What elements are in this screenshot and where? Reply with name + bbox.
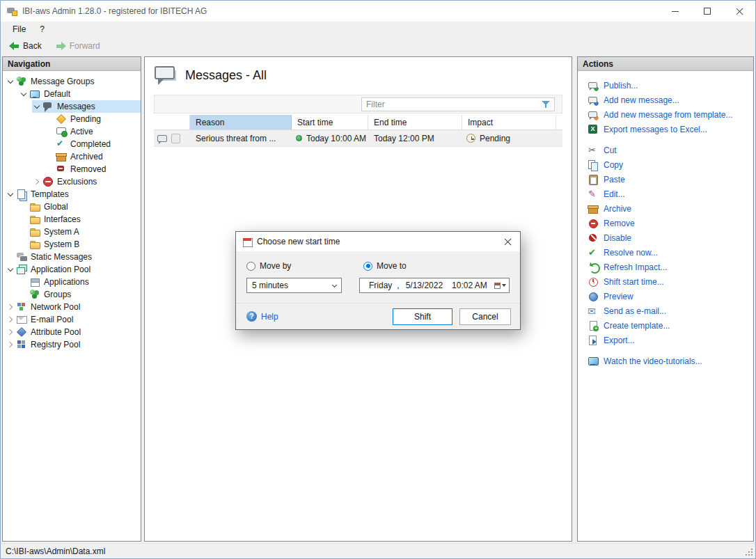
tree-item-archived[interactable]: Archived <box>3 150 141 163</box>
cancel-button[interactable]: Cancel <box>459 308 511 325</box>
tree-item-completed[interactable]: Completed <box>3 138 141 150</box>
minimize-button[interactable] <box>659 1 691 22</box>
chevron-down-icon[interactable] <box>6 77 16 87</box>
close-button[interactable] <box>723 1 755 22</box>
tree-item-static-messages[interactable]: Static Messages <box>3 251 141 263</box>
move-to-label: Move to <box>377 261 407 271</box>
tree-item-default[interactable]: Default <box>3 88 141 100</box>
chevron-right-icon[interactable] <box>6 327 16 338</box>
column-header-reason[interactable]: Reason <box>190 115 292 129</box>
publish-icon <box>588 80 599 91</box>
paste-icon <box>588 174 599 185</box>
column-header-icons <box>154 115 190 129</box>
action-publish[interactable]: Publish... <box>588 78 749 93</box>
chevron-right-icon[interactable] <box>32 177 42 187</box>
date-day: Friday <box>369 281 392 290</box>
action-edit[interactable]: Edit... <box>588 187 749 201</box>
tree-item-messages[interactable]: Messages <box>3 100 141 113</box>
chevron-down-icon[interactable] <box>19 89 29 100</box>
back-button[interactable]: Back <box>5 40 46 52</box>
action-add-new-message-from-template[interactable]: Add new message from template... <box>588 107 749 122</box>
resolve-icon <box>588 247 599 258</box>
completed-icon <box>56 139 67 150</box>
chevron-down-icon[interactable] <box>6 189 16 200</box>
action-shift-start-time[interactable]: Shift start time... <box>588 274 749 289</box>
action-watch-the-video-tutorials[interactable]: Watch the video-tutorials... <box>588 354 749 368</box>
chevron-right-icon[interactable] <box>6 315 16 325</box>
filter-funnel-icon[interactable] <box>541 100 551 109</box>
action-label: Disable <box>604 233 631 243</box>
maximize-button[interactable] <box>691 1 723 22</box>
tree-item-label: System A <box>44 227 79 237</box>
shift-button[interactable]: Shift <box>393 308 452 325</box>
reason-cell: Serious threat from ... <box>190 130 292 146</box>
filter-input[interactable] <box>366 100 541 109</box>
dialog-close-button[interactable] <box>495 232 520 251</box>
tree-spacer <box>19 227 29 237</box>
tree-item-system-a[interactable]: System A <box>3 226 141 238</box>
tree-item-exclusions[interactable]: Exclusions <box>3 175 141 188</box>
action-add-new-message[interactable]: Add new message... <box>588 93 749 107</box>
tree-item-groups[interactable]: Groups <box>3 288 141 301</box>
action-create-template[interactable]: Create template... <box>588 318 749 333</box>
tree-item-registry-pool[interactable]: Registry Pool <box>3 338 141 351</box>
calendar-dropdown-button[interactable] <box>492 279 508 292</box>
column-header-end-time[interactable]: End time <box>368 115 462 129</box>
chevron-right-icon[interactable] <box>6 340 16 350</box>
action-copy[interactable]: Copy <box>588 157 749 172</box>
menu-file[interactable]: File <box>6 23 32 36</box>
create-template-icon <box>588 320 599 331</box>
chevron-down-icon[interactable] <box>6 265 16 275</box>
dialog-titlebar: Choose new start time <box>236 232 520 251</box>
tree-item-global[interactable]: Global <box>3 200 141 213</box>
menu-help[interactable]: ? <box>33 23 51 36</box>
tree-item-applications[interactable]: Applications <box>3 276 141 288</box>
tree-item-interfaces[interactable]: Interfaces <box>3 213 141 226</box>
duration-select[interactable]: 5 minutes <box>246 278 342 293</box>
move-to-radio[interactable]: Move to <box>363 261 407 271</box>
chevron-right-icon[interactable] <box>6 302 16 313</box>
tree-item-pending[interactable]: Pending <box>3 113 141 125</box>
action-remove[interactable]: Remove <box>588 216 749 230</box>
tree-item-system-b[interactable]: System B <box>3 238 141 251</box>
action-disable[interactable]: Disable <box>588 230 749 245</box>
forward-button[interactable]: Forward <box>52 40 104 52</box>
message-row[interactable]: Serious threat from ...Today 10:00 AMTod… <box>154 130 562 147</box>
action-label: Paste <box>604 175 625 184</box>
action-preview[interactable]: Preview <box>588 289 749 304</box>
action-export-messages-to-excel[interactable]: Export messages to Excel... <box>588 122 749 136</box>
action-cut[interactable]: Cut <box>588 143 749 157</box>
action-label: Export messages to Excel... <box>604 125 707 134</box>
action-label: Send as e-mail... <box>604 306 666 316</box>
tree-item-network-pool[interactable]: Network Pool <box>3 301 141 313</box>
datetime-picker[interactable]: Friday , 5/13/2022 10:02 AM <box>359 278 510 293</box>
column-header-impact[interactable]: Impact <box>462 115 556 129</box>
video-tutorials-icon <box>588 356 599 367</box>
maximize-icon <box>704 8 711 15</box>
action-archive[interactable]: Archive <box>588 201 749 216</box>
action-resolve-now[interactable]: Resolve now... <box>588 245 749 260</box>
tree-item-templates[interactable]: Templates <box>3 188 141 200</box>
action-export[interactable]: Export... <box>588 333 749 347</box>
column-header-start-time[interactable]: Start time <box>292 115 368 129</box>
messages-header-icon <box>154 64 178 86</box>
tree-item-application-pool[interactable]: Application Pool <box>3 263 141 276</box>
action-paste[interactable]: Paste <box>588 172 749 187</box>
chevron-down-icon[interactable] <box>32 102 42 112</box>
action-refresh-impact[interactable]: Refresh Impact... <box>588 260 749 274</box>
data-file-path: C:\IBI-aws\Admin\Data.xml <box>6 546 105 556</box>
tree-item-attribute-pool[interactable]: Attribute Pool <box>3 326 141 338</box>
note-icon <box>171 134 180 143</box>
help-link[interactable]: Help <box>246 311 278 322</box>
removed-icon <box>56 164 67 175</box>
action-send-as-e-mail[interactable]: Send as e-mail... <box>588 304 749 318</box>
tree-spacer <box>19 239 29 250</box>
tree-item-message-groups[interactable]: Message Groups <box>3 75 141 88</box>
tree-item-label: Application Pool <box>31 265 90 274</box>
resize-grip[interactable] <box>751 554 753 556</box>
tree-item-removed[interactable]: Removed <box>3 163 141 175</box>
move-by-radio[interactable]: Move by <box>246 261 363 271</box>
tree-item-e-mail-pool[interactable]: E-mail Pool <box>3 313 141 326</box>
tree-item-active[interactable]: Active <box>3 125 141 138</box>
row-fill-cell <box>556 130 562 146</box>
